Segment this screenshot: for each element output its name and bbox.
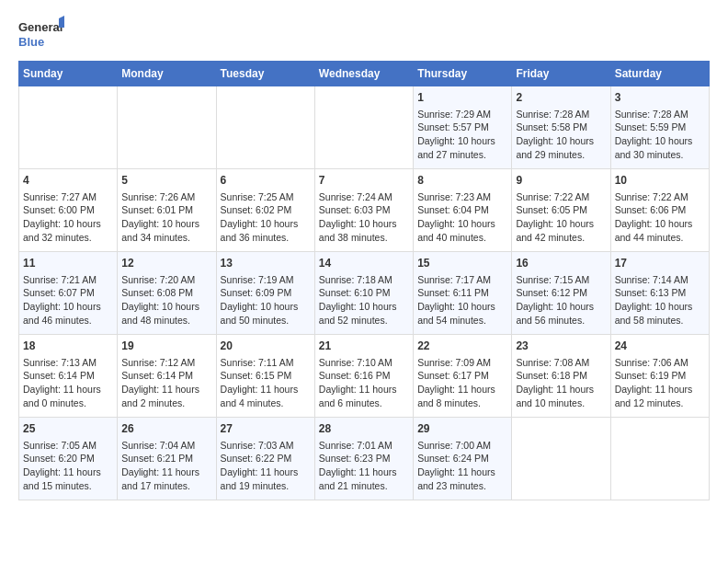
- day-number: 11: [23, 256, 113, 271]
- col-header-wednesday: Wednesday: [314, 62, 413, 86]
- calendar-week-3: 11Sunrise: 7:21 AM Sunset: 6:07 PM Dayli…: [19, 252, 710, 335]
- day-number: 5: [121, 173, 211, 189]
- day-number: 27: [221, 421, 311, 437]
- calendar-cell: 20Sunrise: 7:11 AM Sunset: 6:15 PM Dayli…: [216, 335, 314, 418]
- calendar-cell: 23Sunrise: 7:08 AM Sunset: 6:18 PM Dayli…: [512, 335, 610, 418]
- col-header-monday: Monday: [118, 62, 216, 86]
- day-number: 24: [615, 339, 705, 354]
- day-info: Sunrise: 7:06 AM Sunset: 6:19 PM Dayligh…: [615, 356, 705, 410]
- calendar-week-2: 4Sunrise: 7:27 AM Sunset: 6:00 PM Daylig…: [19, 169, 710, 252]
- calendar-header-row: SundayMondayTuesdayWednesdayThursdayFrid…: [19, 62, 710, 86]
- calendar-cell: [216, 86, 314, 169]
- day-info: Sunrise: 7:15 AM Sunset: 6:12 PM Dayligh…: [516, 273, 606, 327]
- day-number: 7: [319, 173, 409, 189]
- day-info: Sunrise: 7:28 AM Sunset: 5:59 PM Dayligh…: [615, 108, 705, 162]
- day-info: Sunrise: 7:26 AM Sunset: 6:01 PM Dayligh…: [121, 190, 211, 245]
- calendar-cell: [314, 86, 413, 169]
- day-info: Sunrise: 7:29 AM Sunset: 5:57 PM Dayligh…: [417, 108, 507, 162]
- day-number: 3: [615, 90, 705, 106]
- calendar-week-1: 1Sunrise: 7:29 AM Sunset: 5:57 PM Daylig…: [19, 86, 710, 169]
- calendar-cell: 9Sunrise: 7:22 AM Sunset: 6:05 PM Daylig…: [512, 169, 610, 252]
- day-info: Sunrise: 7:24 AM Sunset: 6:03 PM Dayligh…: [319, 190, 409, 245]
- calendar-cell: 27Sunrise: 7:03 AM Sunset: 6:22 PM Dayli…: [216, 418, 314, 500]
- day-info: Sunrise: 7:28 AM Sunset: 5:58 PM Dayligh…: [516, 108, 606, 162]
- day-info: Sunrise: 7:22 AM Sunset: 6:06 PM Dayligh…: [615, 190, 705, 245]
- day-info: Sunrise: 7:12 AM Sunset: 6:14 PM Dayligh…: [121, 356, 211, 410]
- day-number: 14: [319, 256, 409, 271]
- logo: General Blue: [18, 15, 64, 52]
- calendar-cell: 25Sunrise: 7:05 AM Sunset: 6:20 PM Dayli…: [19, 418, 118, 500]
- day-info: Sunrise: 7:22 AM Sunset: 6:05 PM Dayligh…: [516, 190, 606, 245]
- calendar-cell: [118, 86, 216, 169]
- day-number: 25: [23, 421, 113, 437]
- day-info: Sunrise: 7:09 AM Sunset: 6:17 PM Dayligh…: [417, 356, 507, 410]
- calendar-cell: 15Sunrise: 7:17 AM Sunset: 6:11 PM Dayli…: [414, 252, 512, 335]
- col-header-saturday: Saturday: [610, 62, 709, 86]
- day-number: 15: [417, 256, 507, 271]
- day-info: Sunrise: 7:21 AM Sunset: 6:07 PM Dayligh…: [23, 273, 113, 327]
- calendar-cell: 16Sunrise: 7:15 AM Sunset: 6:12 PM Dayli…: [512, 252, 610, 335]
- calendar-cell: 24Sunrise: 7:06 AM Sunset: 6:19 PM Dayli…: [610, 335, 709, 418]
- calendar-cell: 13Sunrise: 7:19 AM Sunset: 6:09 PM Dayli…: [216, 252, 314, 335]
- day-info: Sunrise: 7:23 AM Sunset: 6:04 PM Dayligh…: [417, 190, 507, 245]
- day-number: 20: [221, 339, 311, 354]
- calendar-cell: [610, 418, 709, 500]
- calendar-cell: 29Sunrise: 7:00 AM Sunset: 6:24 PM Dayli…: [414, 418, 512, 500]
- calendar-cell: 8Sunrise: 7:23 AM Sunset: 6:04 PM Daylig…: [414, 169, 512, 252]
- day-number: 22: [417, 339, 507, 354]
- day-info: Sunrise: 7:11 AM Sunset: 6:15 PM Dayligh…: [221, 356, 311, 410]
- day-number: 6: [221, 173, 311, 189]
- day-number: 8: [417, 173, 507, 189]
- calendar-cell: 5Sunrise: 7:26 AM Sunset: 6:01 PM Daylig…: [118, 169, 216, 252]
- day-info: Sunrise: 7:03 AM Sunset: 6:22 PM Dayligh…: [221, 439, 311, 493]
- day-info: Sunrise: 7:17 AM Sunset: 6:11 PM Dayligh…: [417, 273, 507, 327]
- day-number: 19: [121, 339, 211, 354]
- header: General Blue: [18, 15, 710, 52]
- day-number: 1: [417, 90, 507, 106]
- day-number: 2: [516, 90, 606, 106]
- calendar-cell: 14Sunrise: 7:18 AM Sunset: 6:10 PM Dayli…: [314, 252, 413, 335]
- day-info: Sunrise: 7:10 AM Sunset: 6:16 PM Dayligh…: [319, 356, 409, 410]
- col-header-thursday: Thursday: [414, 62, 512, 86]
- day-info: Sunrise: 7:14 AM Sunset: 6:13 PM Dayligh…: [615, 273, 705, 327]
- col-header-sunday: Sunday: [19, 62, 118, 86]
- day-number: 26: [121, 421, 211, 437]
- calendar-cell: [19, 86, 118, 169]
- day-info: Sunrise: 7:18 AM Sunset: 6:10 PM Dayligh…: [319, 273, 409, 327]
- day-number: 23: [516, 339, 606, 354]
- calendar-cell: 3Sunrise: 7:28 AM Sunset: 5:59 PM Daylig…: [610, 86, 709, 169]
- calendar-cell: 18Sunrise: 7:13 AM Sunset: 6:14 PM Dayli…: [19, 335, 118, 418]
- day-info: Sunrise: 7:25 AM Sunset: 6:02 PM Dayligh…: [221, 190, 311, 245]
- calendar-cell: 11Sunrise: 7:21 AM Sunset: 6:07 PM Dayli…: [19, 252, 118, 335]
- calendar-cell: 28Sunrise: 7:01 AM Sunset: 6:23 PM Dayli…: [314, 418, 413, 500]
- day-number: 18: [23, 339, 113, 354]
- calendar-week-4: 18Sunrise: 7:13 AM Sunset: 6:14 PM Dayli…: [19, 335, 710, 418]
- day-info: Sunrise: 7:08 AM Sunset: 6:18 PM Dayligh…: [516, 356, 606, 410]
- col-header-friday: Friday: [512, 62, 610, 86]
- calendar-cell: [512, 418, 610, 500]
- day-number: 16: [516, 256, 606, 271]
- day-info: Sunrise: 7:01 AM Sunset: 6:23 PM Dayligh…: [319, 439, 409, 493]
- day-number: 4: [23, 173, 113, 189]
- logo-svg: General Blue: [18, 15, 64, 52]
- day-info: Sunrise: 7:20 AM Sunset: 6:08 PM Dayligh…: [121, 273, 211, 327]
- day-info: Sunrise: 7:19 AM Sunset: 6:09 PM Dayligh…: [221, 273, 311, 327]
- day-number: 21: [319, 339, 409, 354]
- calendar-table: SundayMondayTuesdayWednesdayThursdayFrid…: [18, 61, 710, 500]
- calendar-cell: 12Sunrise: 7:20 AM Sunset: 6:08 PM Dayli…: [118, 252, 216, 335]
- svg-text:General: General: [18, 20, 63, 34]
- calendar-cell: 6Sunrise: 7:25 AM Sunset: 6:02 PM Daylig…: [216, 169, 314, 252]
- day-info: Sunrise: 7:27 AM Sunset: 6:00 PM Dayligh…: [23, 190, 113, 245]
- day-number: 28: [319, 421, 409, 437]
- calendar-cell: 17Sunrise: 7:14 AM Sunset: 6:13 PM Dayli…: [610, 252, 709, 335]
- day-info: Sunrise: 7:04 AM Sunset: 6:21 PM Dayligh…: [121, 439, 211, 493]
- day-info: Sunrise: 7:05 AM Sunset: 6:20 PM Dayligh…: [23, 439, 113, 493]
- day-number: 17: [615, 256, 705, 271]
- col-header-tuesday: Tuesday: [216, 62, 314, 86]
- calendar-cell: 7Sunrise: 7:24 AM Sunset: 6:03 PM Daylig…: [314, 169, 413, 252]
- calendar-cell: 22Sunrise: 7:09 AM Sunset: 6:17 PM Dayli…: [414, 335, 512, 418]
- calendar-cell: 1Sunrise: 7:29 AM Sunset: 5:57 PM Daylig…: [414, 86, 512, 169]
- calendar-cell: 2Sunrise: 7:28 AM Sunset: 5:58 PM Daylig…: [512, 86, 610, 169]
- calendar-cell: 4Sunrise: 7:27 AM Sunset: 6:00 PM Daylig…: [19, 169, 118, 252]
- calendar-week-5: 25Sunrise: 7:05 AM Sunset: 6:20 PM Dayli…: [19, 418, 710, 500]
